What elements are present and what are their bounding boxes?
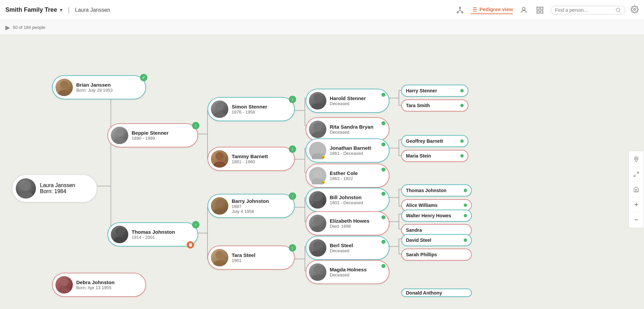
berl-dates: Deceased [330,248,353,253]
svg-point-83 [312,103,324,109]
walter-card[interactable]: Walter Henry Howes [401,210,472,222]
thomas2-card[interactable]: Thomas Johnston [401,184,472,196]
elizabeth-dot [381,215,385,219]
harold-card[interactable]: Harold Stenner Deceased [306,89,389,113]
geoffrey-dot [460,139,464,143]
laura-info: Laura Janssen Born: 1984 [40,182,75,194]
tammy-name: Tammy Barnett [232,153,268,159]
brian-card[interactable]: Brian Janssen Born: July 28 1953 ✓ [52,75,146,99]
search-icon [615,7,621,13]
svg-point-86 [313,144,322,153]
berl-avatar [309,239,326,257]
search-bar[interactable] [551,6,625,14]
david-name: David Steel [406,237,431,243]
svg-point-13 [634,8,636,10]
tammy-card[interactable]: Tammy Barnett 1881 - 1960 ↕ [208,147,295,171]
thomas-orange-badge: 📋 [187,241,194,249]
settings-icon[interactable] [631,5,639,15]
dropdown-icon[interactable]: ▾ [60,7,62,13]
tara-smith-card[interactable]: Tara Smith [401,99,468,112]
tara-steel-card[interactable]: Tara Steel 1961 ↕ [208,246,295,270]
magda-card[interactable]: Magda Holness Deceased [306,260,389,284]
zoom-out-icon[interactable]: − [631,214,642,225]
berl-name: Berl Steel [330,242,353,248]
laura-card[interactable]: Laura Janssen Born: 1984 [12,174,97,203]
rita-avatar [309,121,326,138]
elizabeth-name: Elizabeth Howes [330,218,369,224]
magda-avatar [309,263,326,281]
svg-point-90 [314,193,322,201]
elizabeth-avatar [309,215,326,232]
svg-point-73 [58,288,70,294]
svg-point-65 [19,191,33,198]
harold-dates: Deceased [330,101,366,106]
toolbar: ▶ 50 of 184 people [0,20,644,35]
tara-smith-dot [460,104,464,107]
elizabeth-card[interactable]: Elizabeth Howes Died: 1898 [306,211,389,235]
people-count: 50 of 184 people [13,25,45,30]
svg-line-4 [458,10,460,12]
barry-badge: ↕ [289,192,296,200]
zoom-in-icon[interactable]: + [631,199,642,210]
debra-avatar [55,276,73,294]
tree-title[interactable]: Smith Family Tree [5,6,57,13]
header-divider: | [68,6,70,14]
beppie-card[interactable]: Beppie Stenner 1890 - 1999 ↕ [107,123,198,147]
sarah-card[interactable]: Sarah Phillips [401,249,472,261]
search-input[interactable] [555,7,615,13]
simon-avatar [211,100,228,118]
esther-card[interactable]: 🔒 Esther Cole 1863 - 1922 [306,164,389,188]
svg-point-97 [312,275,324,281]
fullscreen-icon[interactable] [631,169,642,180]
barry-dates: 1887 July 4 1958 [232,204,269,214]
thomas-name: Thomas Johnston [132,229,175,235]
right-panel: + − [629,151,644,228]
donald-card[interactable]: Donald Anthony [401,289,472,297]
profile-icon[interactable] [518,5,529,15]
location-icon[interactable] [631,154,642,165]
jonathan-card[interactable]: 🔒 Jonathan Barnett 1861 - Deceased [306,138,389,163]
berl-dot [381,240,385,244]
alice-dot [464,204,467,207]
tara-steel-name: Tara Steel [232,252,256,258]
pedigree-view-button[interactable]: Pedigree view [471,6,513,14]
tree-view-icon[interactable] [455,5,465,15]
david-card[interactable]: David Steel [401,234,472,246]
svg-point-11 [616,8,620,12]
debra-dates: Born: Apr 13 1955 [76,285,114,290]
svg-point-72 [60,278,68,286]
bill-name: Bill Johnston [330,194,363,200]
debra-name: Debra Johnston [76,279,114,285]
simon-card[interactable]: Simon Stenner 1876 - 1958 ↕ [208,97,295,121]
jonathan-name: Jonathan Barnett [330,145,371,151]
bill-card[interactable]: Bill Johnston 1801 - Deceased [306,188,389,212]
thomas-card[interactable]: Thomas Johnston 1914 - 2001 ↕ 📋 [107,222,198,247]
bill-avatar [309,191,326,209]
geoffrey-card[interactable]: Geoffrey Barnett [401,135,468,147]
jonathan-dates: 1861 - Deceased [330,151,371,156]
barry-card[interactable]: Barry Johnston 1887 July 4 1958 ↕ [208,194,295,218]
esther-name: Esther Cole [330,170,358,176]
maria-card[interactable]: Maria Stein [401,150,468,162]
tara-smith-name: Tara Smith [406,103,430,108]
berl-card[interactable]: Berl Steel Deceased [306,236,389,260]
laura-dates: Born: 1984 [40,188,75,194]
rita-card[interactable]: Rita Sandra Bryan Deceased [306,117,389,141]
svg-line-5 [460,10,462,12]
svg-point-93 [312,226,324,232]
debra-card[interactable]: Debra Johnston Born: Apr 13 1955 [52,273,146,297]
harry-card[interactable]: Harry Stenner [401,85,468,97]
home-icon[interactable] [631,184,642,195]
grid-icon[interactable] [535,5,545,15]
tammy-dates: 1881 - 1960 [232,159,268,164]
svg-line-12 [619,11,620,12]
thomas-dates: 1914 - 2001 [132,235,175,240]
beppie-name: Beppie Stenner [132,130,169,136]
elizabeth-dates: Died: 1898 [330,224,369,229]
svg-point-84 [314,123,322,131]
magda-dot [381,264,385,268]
harold-badge [381,93,385,97]
expand-button[interactable]: ▶ [5,24,10,31]
svg-point-74 [216,102,224,111]
maria-dot [460,154,464,158]
